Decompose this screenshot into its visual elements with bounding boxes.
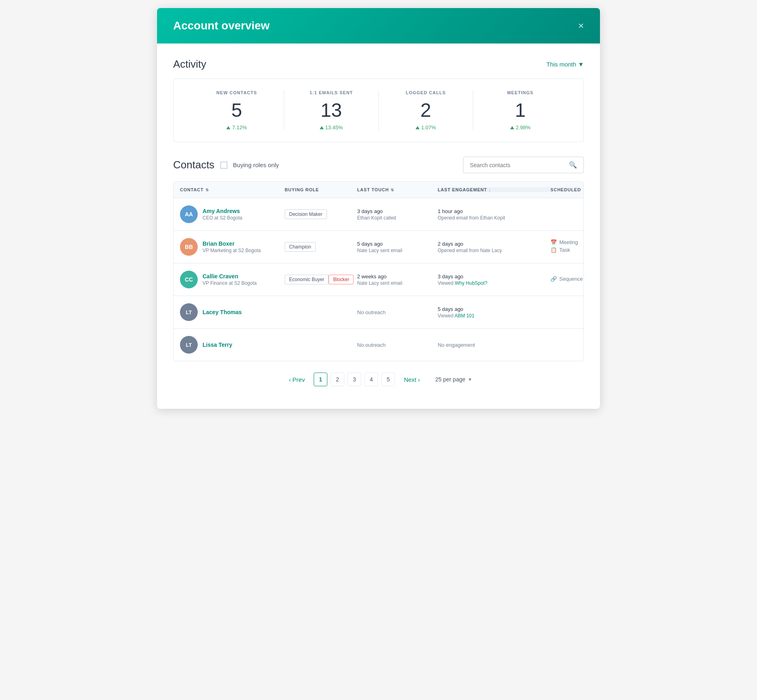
avatar: AA	[180, 205, 198, 223]
prev-button[interactable]: ‹ Prev	[285, 374, 309, 385]
modal-header: Account overview ×	[157, 8, 600, 43]
per-page-dropdown-icon[interactable]: ▼	[468, 377, 472, 382]
last-touch-cell: No outreach	[357, 342, 438, 348]
last-engagement-cell: 1 hour ago Opened email from Ethan Kopit	[438, 208, 550, 221]
search-icon: 🔍	[569, 161, 577, 169]
avatar: LT	[180, 303, 198, 321]
contacts-title: Contacts	[173, 159, 215, 171]
role-badge: Champion	[285, 242, 316, 252]
last-touch-time: 3 days ago	[357, 208, 438, 214]
engagement-link[interactable]: ABM 101	[455, 313, 474, 319]
table-row: AA Amy Andrews CEO at S2 Bogota Decision…	[174, 198, 583, 231]
page-5-button[interactable]: 5	[381, 373, 395, 386]
per-page-control[interactable]: 25 per page ▼	[435, 376, 472, 383]
role-badge: Blocker	[329, 275, 354, 284]
search-contacts-input[interactable]	[470, 162, 566, 168]
last-touch-cell: No outreach	[357, 309, 438, 315]
contact-name[interactable]: Brian Boxer	[203, 240, 261, 247]
stat-change: 7.12%	[190, 124, 284, 130]
engagement-time: 3 days ago	[438, 273, 550, 280]
no-outreach: No outreach	[357, 342, 438, 348]
scheduled-cell: 📅 Meeting 📋 Task	[550, 239, 584, 255]
stat-label: MEETINGS	[473, 90, 567, 95]
avatar: CC	[180, 271, 198, 288]
stat-emails-sent: 1:1 EMAILS SENT 13 13.45%	[284, 90, 378, 130]
buying-role-cell: Champion	[285, 242, 357, 252]
next-arrow-icon: ›	[418, 376, 420, 383]
page-1-button[interactable]: 1	[314, 373, 327, 386]
buying-roles-checkbox[interactable]	[220, 162, 228, 169]
search-contacts-box[interactable]: 🔍	[463, 157, 584, 173]
page-2-button[interactable]: 2	[331, 373, 344, 386]
stat-value: 2	[379, 99, 473, 121]
engagement-detail: Viewed ABM 101	[438, 313, 550, 319]
last-engagement-sort-icon[interactable]: ↓	[489, 188, 491, 192]
th-last-engagement: LAST ENGAGEMENT ↓	[438, 187, 550, 192]
last-touch-detail: Ethan Kopit called	[357, 215, 438, 221]
page-3-button[interactable]: 3	[347, 373, 361, 386]
next-button[interactable]: Next ›	[400, 374, 424, 385]
engagement-detail: Opened email from Ethan Kopit	[438, 215, 550, 221]
no-outreach: No outreach	[357, 309, 438, 315]
engagement-time: 1 hour ago	[438, 208, 550, 214]
page-4-button[interactable]: 4	[364, 373, 378, 386]
activity-filter-button[interactable]: This month ▼	[546, 61, 584, 68]
contact-cell: LT Lissa Terry	[180, 336, 285, 354]
stat-label: LOGGED CALLS	[379, 90, 473, 95]
contact-title: CEO at S2 Bogota	[203, 215, 242, 221]
contact-info: Amy Andrews CEO at S2 Bogota	[203, 208, 242, 221]
scheduled-label: Task	[559, 247, 570, 253]
activity-title: Activity	[173, 58, 206, 70]
th-buying-role: BUYING ROLE	[285, 187, 357, 192]
th-contact: CONTACT ⇅	[180, 187, 285, 192]
engagement-time: 2 days ago	[438, 241, 550, 247]
engagement-detail: Opened email from Nate Lacy	[438, 248, 550, 253]
contact-name[interactable]: Lacey Thomas	[203, 309, 242, 315]
engagement-link[interactable]: Why HubSpot?	[455, 280, 487, 286]
stat-change: 2.98%	[473, 124, 567, 130]
role-badge: Decision Maker	[285, 209, 327, 219]
prev-arrow-icon: ‹	[289, 376, 291, 383]
contact-name[interactable]: Lissa Terry	[203, 342, 232, 348]
contact-name[interactable]: Amy Andrews	[203, 208, 242, 214]
per-page-label: 25 per page	[435, 376, 465, 383]
stat-value: 13	[284, 99, 378, 121]
table-row: LT Lacey Thomas No outreach 5 days ago V…	[174, 296, 583, 329]
engagement-time: 5 days ago	[438, 306, 550, 312]
th-last-touch: LAST TOUCH ⇅	[357, 187, 438, 192]
table-header-row: CONTACT ⇅ BUYING ROLE LAST TOUCH ⇅ LAST …	[174, 182, 583, 198]
scheduled-item: 🔗 Sequence	[550, 276, 584, 282]
last-touch-cell: 3 days ago Ethan Kopit called	[357, 208, 438, 221]
trend-up-icon	[226, 126, 230, 129]
contact-cell: CC Callie Craven VP Finance at S2 Bogota	[180, 271, 285, 288]
th-scheduled: SCHEDULED	[550, 187, 584, 192]
avatar: LT	[180, 336, 198, 354]
contact-info: Lacey Thomas	[203, 309, 242, 315]
contact-cell: BB Brian Boxer VP Marketing at S2 Bogota	[180, 238, 285, 256]
account-overview-modal: Account overview × Activity This month ▼…	[157, 8, 600, 409]
stat-change: 1.07%	[379, 124, 473, 130]
trend-up-icon	[510, 126, 514, 129]
last-touch-cell: 5 days ago Nate Lacy sent email	[357, 241, 438, 253]
scheduled-icon: 🔗	[550, 276, 557, 282]
table-row: CC Callie Craven VP Finance at S2 Bogota…	[174, 263, 583, 296]
scheduled-item: 📅 Meeting	[550, 239, 584, 245]
buying-role-cell: Decision Maker	[285, 209, 357, 219]
scheduled-cell: 🔗 Sequence	[550, 276, 584, 284]
no-engagement: No engagement	[438, 342, 550, 348]
contacts-left-controls: Contacts Buying roles only	[173, 159, 279, 171]
stat-value: 5	[190, 99, 284, 121]
stat-change: 13.45%	[284, 124, 378, 130]
table-rows-container: AA Amy Andrews CEO at S2 Bogota Decision…	[174, 198, 583, 361]
contact-name[interactable]: Callie Craven	[203, 273, 257, 280]
last-touch-time: 5 days ago	[357, 241, 438, 247]
buying-role-cell: Economic BuyerBlocker	[285, 275, 357, 284]
buying-roles-label: Buying roles only	[233, 162, 279, 168]
last-touch-detail: Nate Lacy sent email	[357, 248, 438, 253]
stat-label: 1:1 EMAILS SENT	[284, 90, 378, 95]
activity-card: NEW CONTACTS 5 7.12% 1:1 EMAILS SENT 13 …	[173, 79, 584, 142]
dropdown-arrow-icon: ▼	[578, 61, 584, 68]
close-button[interactable]: ×	[578, 21, 584, 31]
contact-sort-icon[interactable]: ⇅	[205, 188, 209, 192]
last-touch-sort-icon[interactable]: ⇅	[391, 188, 394, 192]
